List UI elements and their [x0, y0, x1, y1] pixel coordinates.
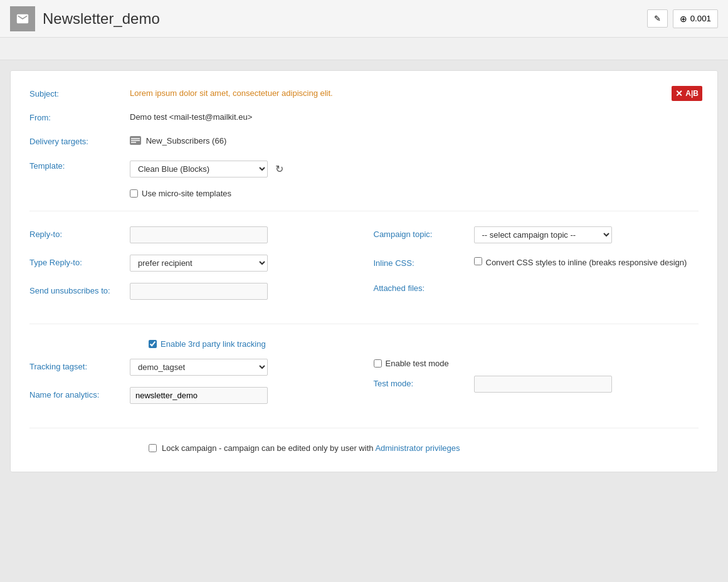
delivery-row: Delivery targets: New_Subscribers (66) — [29, 134, 699, 147]
test-mode-checkbox[interactable] — [374, 359, 382, 368]
microsite-row: Use micro-site templates — [130, 189, 699, 198]
analytics-row: Name for analytics: — [29, 387, 355, 404]
template-label: Template: — [29, 158, 130, 171]
lock-section: Lock campaign - campaign can be edited o… — [149, 443, 699, 453]
subnav — [0, 38, 728, 60]
campaign-card: ✕ A|B Subject: Lorem ipsum dolor sit ame… — [10, 70, 718, 472]
header-actions: ✎ ⊕ 0.001 — [647, 9, 718, 28]
tracking-enable-label: Enable 3rd party link tracking — [161, 339, 266, 349]
analytics-label: Name for analytics: — [29, 387, 130, 399]
ab-label: A|B — [685, 89, 699, 98]
analytics-input[interactable] — [130, 387, 268, 404]
advanced-section: Reply-to: Type Reply-to: prefer recipien… — [29, 226, 699, 324]
tracking-checkbox[interactable] — [149, 340, 157, 348]
tracking-right-col: Enable test mode Test mode: — [374, 359, 699, 415]
test-mode-input[interactable] — [474, 376, 612, 393]
delivery-label: Delivery targets: — [29, 134, 130, 146]
advanced-two-col: Reply-to: Type Reply-to: prefer recipien… — [29, 226, 699, 311]
template-row: Template: Clean Blue (Blocks) ↻ — [29, 158, 699, 177]
tagset-select[interactable]: demo_tagset — [130, 359, 268, 376]
lock-campaign-label: Lock campaign - campaign can be edited o… — [162, 443, 460, 453]
campaign-topic-label: Campaign topic: — [374, 226, 474, 239]
lock-admin-link[interactable]: Administrator privileges — [375, 443, 460, 453]
tracking-section: Enable 3rd party link tracking Tracking … — [29, 339, 699, 428]
tagset-label: Tracking tagset: — [29, 359, 130, 371]
from-label: From: — [29, 110, 130, 122]
send-unsub-label: Send unsubscribes to: — [29, 283, 130, 295]
delivery-target-link[interactable]: New_Subscribers (66) — [146, 136, 227, 146]
lock-campaign-checkbox[interactable] — [149, 444, 157, 452]
type-reply-row: Type Reply-to: prefer recipient always r… — [29, 255, 355, 272]
template-select[interactable]: Clean Blue (Blocks) — [130, 161, 268, 177]
edit-button[interactable]: ✎ — [647, 9, 668, 28]
header: Newsletter_demo ✎ ⊕ 0.001 — [0, 0, 728, 38]
tagset-row: Tracking tagset: demo_tagset — [29, 359, 355, 376]
inline-css-checkbox-label: Convert CSS styles to inline (breaks res… — [486, 257, 687, 268]
pencil-icon: ✎ — [654, 14, 661, 23]
tracking-left-col: Tracking tagset: demo_tagset Name for an… — [29, 359, 355, 415]
campaign-topic-row: Campaign topic: -- select campaign topic… — [374, 226, 699, 243]
tracking-enable-row: Enable 3rd party link tracking — [149, 339, 699, 349]
page-title: Newsletter_demo — [43, 10, 647, 28]
test-mode-row: Test mode: — [374, 376, 699, 393]
test-mode-enable-row: Enable test mode — [374, 359, 699, 368]
email-icon — [16, 12, 29, 26]
reply-to-label: Reply-to: — [29, 226, 130, 239]
template-refresh-button[interactable]: ↻ — [273, 162, 286, 176]
ab-test-button[interactable]: ✕ A|B — [672, 86, 702, 101]
template-select-group: Clean Blue (Blocks) ↻ — [130, 161, 699, 177]
attached-files-value — [474, 280, 699, 283]
campaign-topic-select[interactable]: -- select campaign topic -- — [474, 226, 612, 243]
type-reply-select[interactable]: prefer recipient always recipient always… — [130, 255, 268, 272]
subject-row: Subject: Lorem ipsum dolor sit amet, con… — [29, 86, 699, 98]
microsite-checkbox[interactable] — [130, 189, 138, 198]
advanced-right-col: Campaign topic: -- select campaign topic… — [374, 226, 699, 311]
subject-label: Subject: — [29, 86, 130, 98]
inline-css-checkbox[interactable] — [474, 257, 482, 265]
from-value: Demo test <mail-test@mailkit.eu> — [130, 110, 699, 122]
main-content: ✕ A|B Subject: Lorem ipsum dolor sit ame… — [0, 60, 728, 482]
type-reply-label: Type Reply-to: — [29, 255, 130, 267]
reply-to-row: Reply-to: — [29, 226, 355, 243]
circle-plus-icon: ⊕ — [680, 14, 687, 24]
basic-info-section: Subject: Lorem ipsum dolor sit amet, con… — [29, 86, 699, 211]
advanced-left-col: Reply-to: Type Reply-to: prefer recipien… — [29, 226, 355, 311]
inline-css-label: Inline CSS: — [374, 255, 474, 269]
cost-value: 0.001 — [690, 14, 711, 23]
delivery-targets-icon — [130, 136, 141, 147]
tracking-two-col: Tracking tagset: demo_tagset Name for an… — [29, 359, 699, 415]
inline-css-group: Convert CSS styles to inline (breaks res… — [474, 257, 687, 268]
attached-files-row: Attached files: — [374, 280, 699, 293]
cost-button[interactable]: ⊕ 0.001 — [673, 9, 718, 28]
subject-value: Lorem ipsum dolor sit amet, consectetuer… — [130, 86, 699, 98]
test-mode-label: Test mode: — [374, 376, 474, 388]
delivery-value: New_Subscribers (66) — [130, 134, 699, 147]
microsite-label: Use micro-site templates — [142, 189, 231, 198]
from-row: From: Demo test <mail-test@mailkit.eu> — [29, 110, 699, 122]
reply-to-input[interactable] — [130, 226, 268, 243]
template-value: Clean Blue (Blocks) ↻ — [130, 158, 699, 177]
send-unsub-input[interactable] — [130, 283, 268, 300]
send-unsub-row: Send unsubscribes to: — [29, 283, 355, 300]
attached-files-label: Attached files: — [374, 280, 474, 293]
inline-css-row: Inline CSS: Convert CSS styles to inline… — [374, 255, 699, 269]
app-icon — [10, 6, 35, 31]
test-mode-enable-label: Enable test mode — [386, 359, 449, 368]
x-icon: ✕ — [675, 88, 683, 98]
